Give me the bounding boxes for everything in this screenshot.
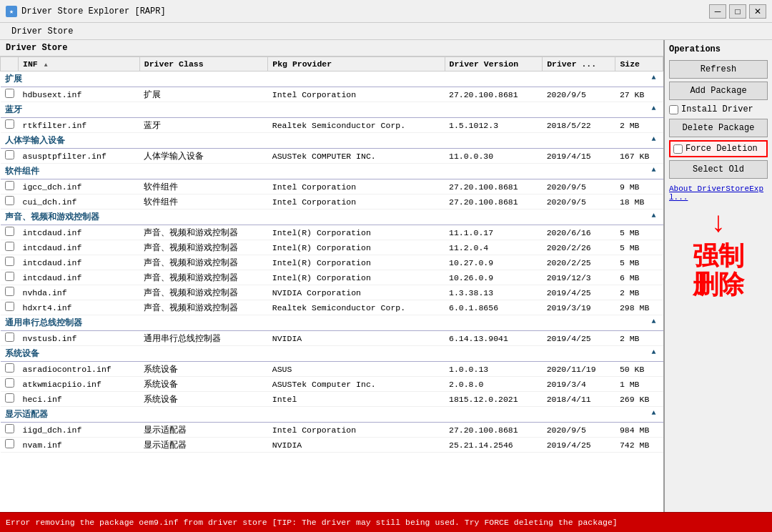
row-checkbox-cell[interactable]	[1, 300, 19, 315]
category-arrow[interactable]: ▲	[651, 135, 655, 143]
col-driver-class[interactable]: Driver Class	[139, 57, 267, 72]
minimize-button[interactable]: ─	[709, 4, 726, 19]
row-provider: Intel(R) Corporation	[268, 240, 445, 255]
row-checkbox[interactable]	[5, 181, 14, 190]
table-row[interactable]: atkwmiacpiio.inf 系统设备 ASUSTek Computer I…	[1, 377, 663, 392]
col-inf[interactable]: INF ▲	[19, 57, 140, 72]
row-inf: hdbusext.inf	[19, 87, 140, 102]
row-date: 2020/9/5	[543, 194, 615, 210]
table-row[interactable]: igcc_dch.inf 软件组件 Intel Corporation 27.2…	[1, 179, 663, 194]
table-row[interactable]: nvhda.inf 声音、视频和游戏控制器 NVIDIA Corporation…	[1, 285, 663, 300]
row-checkbox-cell[interactable]	[1, 179, 19, 194]
row-checkbox[interactable]	[5, 287, 14, 296]
table-row[interactable]: intcdaud.inf 声音、视频和游戏控制器 Intel(R) Corpor…	[1, 240, 663, 255]
force-deletion-label[interactable]: Force Deletion	[686, 144, 758, 154]
row-checkbox[interactable]	[5, 196, 14, 205]
maximize-button[interactable]: □	[729, 4, 746, 19]
force-deletion-checkbox[interactable]	[673, 144, 683, 154]
category-arrow[interactable]: ▲	[651, 409, 655, 417]
row-checkbox-cell[interactable]	[1, 118, 19, 133]
row-date: 2020/2/25	[543, 255, 615, 270]
col-size[interactable]: Size	[615, 57, 663, 72]
panel-header: Driver Store	[0, 40, 663, 56]
close-button[interactable]: ✕	[749, 4, 766, 19]
table-row[interactable]: intcdaud.inf 声音、视频和游戏控制器 Intel(R) Corpor…	[1, 270, 663, 285]
row-size: 5 MB	[615, 225, 663, 240]
row-size: 6 MB	[615, 270, 663, 285]
delete-package-button[interactable]: Delete Package	[669, 119, 768, 137]
row-checkbox-cell[interactable]	[1, 377, 19, 392]
col-pkg-provider[interactable]: Pkg Provider	[268, 57, 445, 72]
row-checkbox-cell[interactable]	[1, 270, 19, 285]
row-checkbox-cell[interactable]	[1, 194, 19, 210]
table-row[interactable]: heci.inf 系统设备 Intel 1815.12.0.2021 2018/…	[1, 392, 663, 407]
row-checkbox[interactable]	[5, 272, 14, 281]
row-checkbox-cell[interactable]	[1, 87, 19, 102]
row-class: 系统设备	[139, 362, 267, 377]
row-checkbox-cell[interactable]	[1, 423, 19, 438]
install-driver-label[interactable]: Install Driver	[681, 104, 753, 114]
row-checkbox[interactable]	[5, 393, 14, 403]
table-row[interactable]: hdbusext.inf 扩展 Intel Corporation 27.20.…	[1, 87, 663, 102]
row-checkbox[interactable]	[5, 439, 14, 448]
table-row[interactable]: asradiocontrol.inf 系统设备 ASUS 1.0.0.13 20…	[1, 362, 663, 377]
table-row[interactable]: intcdaud.inf 声音、视频和游戏控制器 Intel(R) Corpor…	[1, 255, 663, 270]
row-provider: NVIDIA	[268, 331, 445, 346]
row-checkbox-cell[interactable]	[1, 392, 19, 407]
category-arrow[interactable]: ▲	[651, 104, 655, 112]
row-version: 11.2.0.4	[445, 240, 543, 255]
table-row[interactable]: intcdaud.inf 声音、视频和游戏控制器 Intel(R) Corpor…	[1, 225, 663, 240]
row-checkbox-cell[interactable]	[1, 331, 19, 346]
row-checkbox-cell[interactable]	[1, 438, 19, 453]
about-link[interactable]: About DriverStoreExpl...	[669, 184, 768, 202]
row-checkbox[interactable]	[5, 302, 14, 311]
row-inf: nvam.inf	[19, 438, 140, 453]
table-row[interactable]: iigd_dch.inf 显示适配器 Intel Corporation 27.…	[1, 423, 663, 438]
driver-table-container[interactable]: INF ▲ Driver Class Pkg Provider Driver V…	[0, 56, 663, 512]
row-class: 显示适配器	[139, 438, 267, 453]
row-date: 2020/9/5	[543, 179, 615, 194]
row-checkbox[interactable]	[5, 363, 14, 373]
add-package-button[interactable]: Add Package	[669, 82, 768, 100]
row-class: 声音、视频和游戏控制器	[139, 270, 267, 285]
row-class: 软件组件	[139, 179, 267, 194]
table-row[interactable]: nvam.inf 显示适配器 NVIDIA 25.21.14.2546 2019…	[1, 438, 663, 453]
title-bar-left: ★ Driver Store Explorer [RAPR]	[6, 6, 166, 17]
row-checkbox[interactable]	[5, 332, 14, 342]
row-date: 2020/9/5	[543, 87, 615, 102]
category-arrow[interactable]: ▲	[651, 74, 655, 82]
row-checkbox-cell[interactable]	[1, 240, 19, 255]
row-version: 1.5.1012.3	[445, 118, 543, 133]
menu-driver-store[interactable]: Driver Store	[6, 25, 79, 38]
col-driver-version[interactable]: Driver Version	[445, 57, 543, 72]
row-class: 声音、视频和游戏控制器	[139, 240, 267, 255]
row-inf: cui_dch.inf	[19, 194, 140, 210]
category-arrow[interactable]: ▲	[651, 317, 655, 325]
row-checkbox[interactable]	[5, 150, 14, 159]
table-row[interactable]: asusptpfilter.inf 人体学输入设备 ASUSTek COMPUT…	[1, 149, 663, 164]
table-row[interactable]: rtkfilter.inf 蓝牙 Realtek Semiconductor C…	[1, 118, 663, 133]
category-arrow[interactable]: ▲	[651, 166, 655, 174]
col-driver-date[interactable]: Driver ...	[543, 57, 615, 72]
row-checkbox-cell[interactable]	[1, 255, 19, 270]
row-checkbox[interactable]	[5, 378, 14, 388]
select-old-button[interactable]: Select Old	[669, 160, 768, 179]
row-checkbox-cell[interactable]	[1, 285, 19, 300]
table-row[interactable]: nvstusb.inf 通用串行总线控制器 NVIDIA 6.14.13.904…	[1, 331, 663, 346]
row-checkbox[interactable]	[5, 257, 14, 266]
row-checkbox-cell[interactable]	[1, 149, 19, 164]
category-arrow[interactable]: ▲	[651, 212, 655, 220]
row-date: 2020/2/26	[543, 240, 615, 255]
row-checkbox[interactable]	[5, 89, 14, 98]
install-driver-checkbox[interactable]	[669, 105, 678, 114]
row-checkbox[interactable]	[5, 424, 14, 433]
row-checkbox-cell[interactable]	[1, 225, 19, 240]
category-arrow[interactable]: ▲	[651, 348, 655, 356]
table-row[interactable]: hdxrt4.inf 声音、视频和游戏控制器 Realtek Semicondu…	[1, 300, 663, 315]
row-checkbox[interactable]	[5, 242, 14, 251]
refresh-button[interactable]: Refresh	[669, 60, 768, 79]
table-row[interactable]: cui_dch.inf 软件组件 Intel Corporation 27.20…	[1, 194, 663, 210]
row-checkbox-cell[interactable]	[1, 362, 19, 377]
row-checkbox[interactable]	[5, 119, 14, 129]
row-checkbox[interactable]	[5, 227, 14, 236]
